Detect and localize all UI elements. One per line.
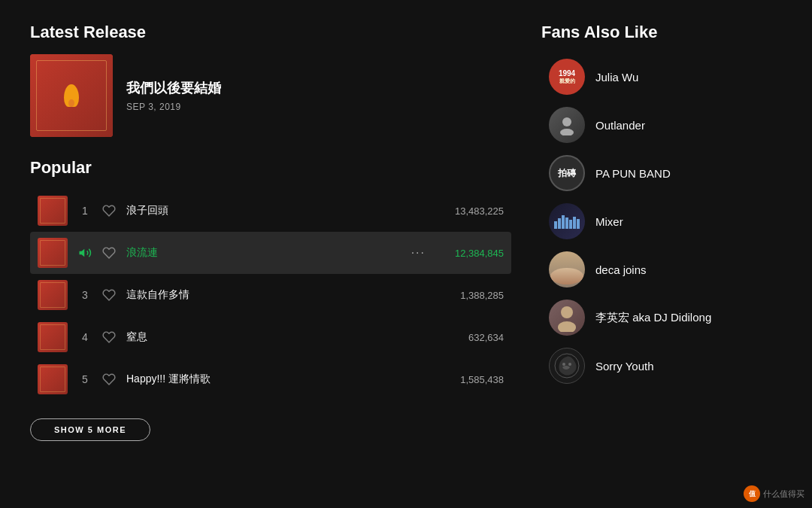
track-name: Happy!!! 運將情歌 [126,373,426,386]
artist-avatar: 拍磚 [549,155,585,191]
watermark: 值 什么值得买 [744,485,804,502]
svg-marker-0 [80,249,85,257]
svg-point-11 [558,321,576,332]
latest-release-content: 我們以後要結婚 SEP 3, 2019 [30,54,511,137]
track-thumb [38,322,68,352]
svg-point-10 [561,306,573,318]
track-thumb [38,364,68,394]
artist-avatar [549,203,585,239]
watermark-logo-text: 值 [749,489,756,499]
artist-avatar: 1994 親愛的 [549,59,585,95]
fan-item[interactable]: 1994 親愛的 Julia Wu [541,53,782,101]
svg-rect-7 [569,220,572,229]
heart-icon[interactable] [102,373,116,386]
watermark-logo: 值 [744,485,760,502]
fan-item[interactable]: Sorry Youth [541,342,782,390]
svg-point-1 [562,117,571,126]
album-art[interactable] [30,54,113,137]
track-row[interactable]: 5 Happy!!! 運將情歌 1,585,438 [30,358,511,400]
popular-title: Popular [30,158,511,178]
fan-item[interactable]: 拍磚 PA PUN BAND [541,149,782,197]
track-more-options[interactable]: ··· [411,246,426,260]
flame-decoration [64,84,79,107]
heart-icon[interactable] [102,330,116,344]
track-thumb [38,238,68,268]
artist-avatar [549,251,585,287]
artist-avatar [549,348,585,384]
track-row[interactable]: 4 窒息 632,634 [30,316,511,358]
left-panel: Latest Release 我們以後要結婚 SEP 3, 2019 Popul… [30,23,511,485]
album-info: 我們以後要結婚 SEP 3, 2019 [126,79,221,112]
watermark-text: 什么值得买 [763,488,804,500]
svg-point-13 [562,363,565,366]
artist-name: Mixer [595,215,623,228]
track-num: 1 [78,205,92,217]
track-name: 浪流連 [126,246,401,260]
svg-rect-8 [573,217,576,229]
heart-icon[interactable] [102,204,116,217]
artist-name: Julia Wu [595,71,638,84]
main-container: Latest Release 我們以後要結婚 SEP 3, 2019 Popul… [0,0,812,508]
track-name: 這款自作多情 [126,288,426,302]
track-row[interactable]: 浪流連 ··· 12,384,845 [30,232,511,274]
artist-name: Outlander [595,119,645,132]
artist-name: PA PUN BAND [595,167,671,180]
svg-rect-6 [565,217,568,229]
track-name: 窒息 [126,330,426,344]
artist-avatar [549,107,585,143]
track-num: 4 [78,331,92,343]
album-date: SEP 3, 2019 [126,102,221,112]
track-count: 13,483,225 [436,205,504,217]
show-more-button[interactable]: SHOW 5 MORE [30,418,150,441]
svg-point-2 [560,129,574,135]
artist-name: 李英宏 aka DJ Didilong [595,311,711,325]
artist-avatar [549,300,585,336]
latest-release-section: Latest Release 我們以後要結婚 SEP 3, 2019 [30,23,511,137]
track-num-playing [78,246,92,260]
popular-section: Popular 1 浪子回頭 13,483,225 [30,158,511,485]
track-thumb [38,280,68,310]
fan-item[interactable]: deca joins [541,245,782,294]
track-row[interactable]: 1 浪子回頭 13,483,225 [30,190,511,232]
artist-name: deca joins [595,263,647,276]
track-name: 浪子回頭 [126,204,426,217]
svg-point-14 [568,363,571,366]
svg-rect-3 [554,221,557,229]
track-thumb [38,196,68,226]
artist-name: Sorry Youth [595,360,654,373]
track-num: 5 [78,373,92,385]
heart-icon[interactable] [102,246,116,260]
right-panel: Fans Also Like 1994 親愛的 Julia Wu Outland… [541,23,782,485]
track-num: 3 [78,289,92,301]
heart-icon[interactable] [102,288,116,302]
track-row[interactable]: 3 這款自作多情 1,388,285 [30,274,511,316]
track-count: 632,634 [436,332,504,343]
show-more-container: SHOW 5 MORE [30,411,511,441]
fans-also-like-title: Fans Also Like [541,23,782,42]
speaker-icon [78,246,92,260]
latest-release-title: Latest Release [30,23,511,42]
fan-item[interactable]: Mixer [541,197,782,245]
track-count: 1,388,285 [436,290,504,301]
track-count: 12,384,845 [436,248,504,259]
track-count: 1,585,438 [436,374,504,385]
track-list: 1 浪子回頭 13,483,225 [30,190,511,400]
fan-item[interactable]: 李英宏 aka DJ Didilong [541,294,782,342]
svg-rect-5 [562,215,565,229]
svg-rect-9 [577,219,580,229]
fan-item[interactable]: Outlander [541,101,782,149]
svg-rect-4 [558,218,561,229]
album-art-inner [30,54,113,137]
album-title: 我們以後要結婚 [126,79,221,97]
